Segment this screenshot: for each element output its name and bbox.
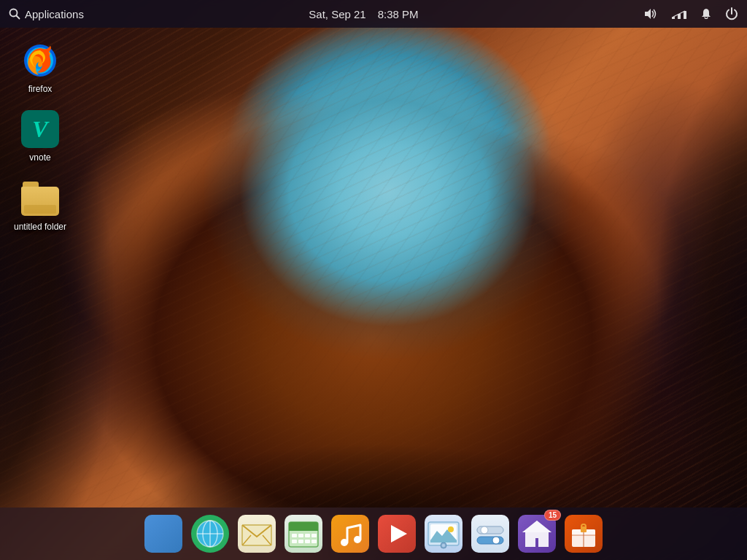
svg-point-32 <box>354 536 361 543</box>
svg-rect-29 <box>305 540 310 543</box>
panel-left: Applications <box>9 8 84 20</box>
svg-line-1 <box>17 16 20 19</box>
settings-icon <box>471 515 509 553</box>
desktop-icon-vnote[interactable]: V vnote <box>11 109 69 163</box>
svg-rect-23 <box>292 534 297 537</box>
dock-item-winswitcher[interactable] <box>142 513 185 555</box>
svg-point-44 <box>492 537 500 544</box>
vnote-svg: V <box>21 110 59 148</box>
desktop-icon-folder[interactable]: untitled folder <box>11 178 69 232</box>
svg-rect-25 <box>305 534 310 537</box>
svg-marker-2 <box>645 9 651 19</box>
svg-rect-28 <box>298 540 303 543</box>
dock-item-softmgr[interactable]: 15 <box>516 513 558 555</box>
panel-time: 8:38 PM <box>378 8 419 20</box>
dock-item-browser[interactable] <box>189 513 231 555</box>
dock-item-pkgmgr[interactable] <box>562 513 605 555</box>
applications-menu[interactable]: Applications <box>25 8 84 20</box>
power-icon[interactable] <box>725 7 738 20</box>
vnote-icon-img: V <box>20 109 61 149</box>
top-panel: Applications Sat, Sep 21 8:38 PM <box>0 0 747 28</box>
browser-icon <box>191 515 229 553</box>
svg-rect-26 <box>311 534 317 537</box>
panel-datetime: Sat, Sep 21 8:38 PM <box>309 8 418 20</box>
firefox-label: firefox <box>28 84 53 94</box>
desktop-icon-firefox[interactable]: firefox <box>11 40 69 94</box>
imgviewer-icon <box>425 515 462 553</box>
dock-item-settings[interactable] <box>469 513 511 555</box>
svg-point-42 <box>481 526 488 534</box>
dock-item-video[interactable] <box>376 513 418 555</box>
svg-rect-3 <box>672 17 675 19</box>
svg-point-37 <box>448 526 454 532</box>
volume-icon[interactable] <box>643 8 658 20</box>
dock-item-music[interactable] <box>329 513 371 555</box>
pkgmgr-icon <box>565 515 603 553</box>
folder-icon-img <box>20 178 61 219</box>
desktop-icons-area: firefox V vnote untitled folder <box>11 40 69 232</box>
firefox-icon-img <box>20 40 61 81</box>
folder-svg <box>21 182 59 215</box>
taskbar: 15 <box>0 508 747 560</box>
video-icon <box>378 515 416 553</box>
mail-icon <box>238 515 276 553</box>
desktop-background <box>0 0 747 560</box>
svg-rect-30 <box>311 540 317 543</box>
search-icon[interactable] <box>9 8 20 20</box>
svg-rect-24 <box>298 534 303 537</box>
calendar-icon <box>285 515 322 553</box>
svg-rect-5 <box>684 11 686 19</box>
svg-marker-33 <box>391 525 407 542</box>
panel-tray <box>643 7 738 20</box>
dock-item-calendar[interactable] <box>282 513 325 555</box>
music-icon <box>331 515 369 553</box>
svg-rect-27 <box>292 540 297 543</box>
svg-rect-22 <box>289 529 318 531</box>
vnote-label: vnote <box>29 152 50 163</box>
softmgr-badge: 15 <box>544 510 561 521</box>
network-icon[interactable] <box>671 8 687 20</box>
dock-item-mail[interactable] <box>236 513 278 555</box>
dock-item-imgviewer[interactable] <box>422 513 465 555</box>
notification-icon[interactable] <box>700 7 712 20</box>
folder-label: untitled folder <box>14 222 66 232</box>
winswitcher-icon <box>144 515 182 553</box>
svg-point-31 <box>341 539 348 546</box>
firefox-svg <box>21 42 59 79</box>
svg-marker-46 <box>522 521 551 532</box>
panel-date: Sat, Sep 21 <box>309 8 365 20</box>
svg-point-39 <box>442 544 445 547</box>
